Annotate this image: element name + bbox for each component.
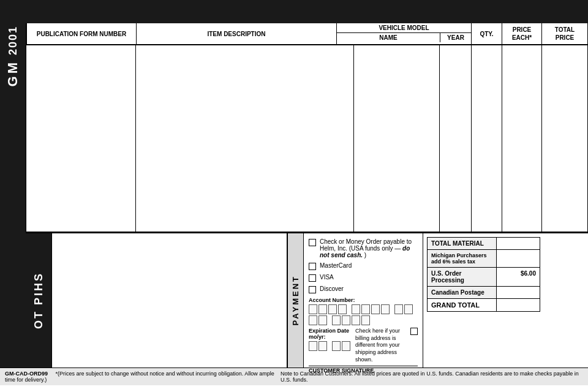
ship-p-label: P — [33, 296, 44, 305]
account-cell-7[interactable] — [371, 304, 380, 314]
total-material-row: TOTAL MATERIAL — [428, 238, 540, 250]
mastercard-row: MasterCard — [309, 262, 418, 270]
expiry-section: Expiration Date mo/yr: — [309, 328, 418, 363]
account-section: Account Number: — [309, 297, 418, 325]
visa-label: VISA — [320, 274, 334, 281]
account-cell-9[interactable] — [394, 304, 403, 314]
ship-to-sidebar: S H I P T O — [26, 233, 51, 368]
us-order-row: U.S. Order Processing $6.00 — [428, 268, 540, 287]
us-order-value: $6.00 — [497, 268, 540, 286]
order-rows-area — [26, 45, 588, 233]
ship-i-label: I — [33, 291, 44, 296]
discover-checkbox[interactable] — [309, 286, 316, 293]
account-cell-16[interactable] — [361, 315, 370, 325]
payment-form-content: Check or Money Order payable to Helm, In… — [304, 233, 423, 368]
expiry-label: Expiration Date mo/yr: — [309, 328, 350, 340]
visa-row: VISA — [309, 274, 418, 282]
order-form-page: 2001 GM PUBLICATION FORM NUMBER ITEM DES… — [0, 0, 588, 392]
visa-checkbox[interactable] — [309, 274, 316, 282]
account-cell-5[interactable] — [352, 304, 360, 314]
qty-header: QTY. — [472, 23, 502, 44]
michigan-value — [497, 250, 540, 267]
col-total-data — [542, 45, 588, 232]
ship-t2-label: T — [33, 310, 44, 318]
account-cell-8[interactable] — [381, 304, 390, 314]
mastercard-checkbox[interactable] — [309, 263, 316, 270]
payment-vertical-label: PAYMENT — [291, 275, 300, 325]
expiry-cell-4[interactable] — [342, 341, 350, 351]
us-order-label: U.S. Order Processing — [428, 268, 497, 286]
account-cell-1[interactable] — [309, 304, 317, 314]
vehicle-model-top-label: VEHICLE MODEL — [337, 23, 471, 33]
account-cell-15[interactable] — [352, 315, 360, 325]
grand-total-value — [497, 299, 540, 311]
year-header: YEAR — [440, 33, 471, 42]
table-header: PUBLICATION FORM NUMBER ITEM DESCRIPTION… — [26, 23, 588, 45]
discover-label: Discover — [320, 285, 344, 292]
ship-address-area — [51, 233, 288, 368]
summary-section: TOTAL MATERIAL Michigan Purchasers add 6… — [423, 233, 588, 368]
total-material-label: TOTAL MATERIAL — [428, 238, 497, 249]
account-cell-13[interactable] — [332, 315, 341, 325]
billing-check-area: Check here if your billing address is di… — [355, 328, 418, 363]
ship-h-label: H — [33, 281, 44, 291]
canadian-postage-value — [497, 287, 540, 298]
account-cell-12[interactable] — [318, 315, 327, 325]
account-cells — [309, 304, 418, 325]
form-code: GM-CAD-ORD99 — [5, 371, 48, 377]
name-header: NAME — [337, 33, 440, 42]
payment-section: PAYMENT Check or Money Order payable to … — [288, 233, 588, 368]
ship-label: S — [33, 272, 44, 281]
canadian-postage-label: Canadian Postage — [428, 287, 497, 298]
account-cell-2[interactable] — [318, 304, 327, 314]
brand-label: GM — [5, 60, 21, 86]
total-material-value — [497, 238, 540, 249]
expiry-cell-1[interactable] — [309, 341, 317, 351]
vehicle-model-bottom: NAME YEAR — [337, 33, 471, 42]
account-cell-10[interactable] — [404, 304, 413, 314]
top-bar — [0, 0, 588, 23]
account-cell-11[interactable] — [309, 315, 317, 325]
canadian-postage-row: Canadian Postage — [428, 287, 540, 299]
billing-checkbox[interactable] — [410, 328, 418, 335]
price-each-header: PRICE EACH* — [502, 23, 542, 44]
col-item-data — [136, 45, 354, 232]
account-cell-3[interactable] — [328, 304, 337, 314]
footer-left: GM-CAD-ORD99 *(Prices are subject to cha… — [5, 371, 281, 383]
check-money-text: Check or Money Order payable to Helm, In… — [320, 238, 418, 258]
account-cell-14[interactable] — [342, 315, 350, 325]
col-year-data — [440, 45, 472, 232]
summary-table: TOTAL MATERIAL Michigan Purchasers add 6… — [427, 237, 540, 312]
canadian-note: Note to Canadian Customers: All listed p… — [281, 371, 579, 383]
col-qty-data — [472, 45, 502, 232]
pub-form-header: PUBLICATION FORM NUMBER — [26, 23, 137, 44]
check-money-checkbox[interactable] — [309, 239, 316, 246]
bottom-section: S H I P T O PAYMENT — [26, 233, 588, 368]
mastercard-label: MasterCard — [320, 262, 352, 269]
col-name-data — [354, 45, 440, 232]
payment-label-bar: PAYMENT — [288, 233, 304, 368]
account-label: Account Number: — [309, 297, 418, 303]
michigan-label: Michigan Purchasers add 6% sales tax — [428, 250, 497, 267]
account-cell-4[interactable] — [338, 304, 347, 314]
col-pub-data — [26, 45, 136, 232]
item-desc-header: ITEM DESCRIPTION — [137, 23, 337, 44]
footer-right: Note to Canadian Customers: All listed p… — [281, 371, 583, 383]
main-content: PUBLICATION FORM NUMBER ITEM DESCRIPTION… — [26, 23, 588, 368]
billing-check-text: Check here if your billing address is di… — [355, 328, 408, 363]
check-money-row: Check or Money Order payable to Helm, In… — [309, 238, 418, 258]
col-price-data — [502, 45, 542, 232]
total-price-header: TOTAL PRICE — [542, 23, 588, 44]
vehicle-model-header: VEHICLE MODEL NAME YEAR — [337, 23, 472, 44]
expiry-cell-2[interactable] — [318, 341, 327, 351]
footer: GM-CAD-ORD99 *(Prices are subject to cha… — [0, 368, 588, 385]
expiry-cell-3[interactable] — [332, 341, 341, 351]
year-label: 2001 — [7, 26, 18, 55]
discover-row: Discover — [309, 285, 418, 293]
expiry-cells — [309, 341, 350, 351]
michigan-row: Michigan Purchasers add 6% sales tax — [428, 250, 540, 268]
account-cell-6[interactable] — [361, 304, 370, 314]
ship-o-label: O — [33, 318, 44, 329]
left-sidebar: 2001 GM — [0, 23, 26, 368]
grand-total-label: GRAND TOTAL — [428, 299, 497, 311]
